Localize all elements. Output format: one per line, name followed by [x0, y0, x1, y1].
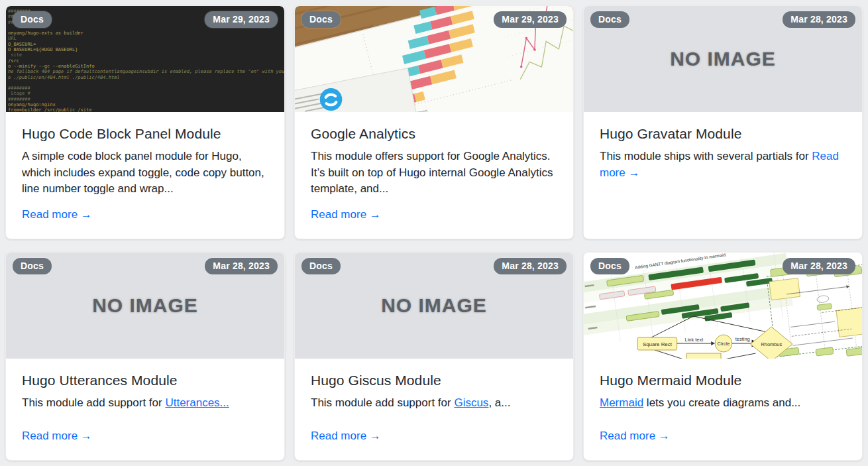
- card-image-diagram: Docs Mar 28, 2023 Adding GANTT diagram f…: [584, 253, 862, 359]
- card-description: This module add support for Giscus, a...: [311, 395, 557, 412]
- category-badge: Docs: [301, 11, 341, 28]
- card-description: This module ships with several partials …: [600, 148, 846, 181]
- no-image-text: NO IMAGE: [381, 294, 487, 317]
- card-description: This module offers support for Google An…: [311, 148, 557, 198]
- utterances-link[interactable]: Utterances...: [165, 396, 229, 409]
- card-title: Google Analytics: [311, 126, 557, 142]
- date-badge: Mar 28, 2023: [783, 11, 855, 28]
- card-grid: Docs Mar 29, 2023 ######## ## #### #####…: [0, 0, 868, 466]
- card-title: Hugo Gravatar Module: [600, 126, 846, 142]
- blue-logo: [320, 88, 343, 111]
- description-text: This module add support for: [311, 396, 454, 409]
- description-text: lets you create diagrams and...: [643, 396, 800, 409]
- read-more-link[interactable]: Read more →: [311, 430, 381, 443]
- flowchart-edge-label: Link text: [685, 337, 704, 343]
- description-text: This module add support for: [22, 396, 165, 409]
- card-body: Google Analytics This module offers supp…: [295, 112, 573, 239]
- code-line-group: onyang/hugo-exts as builder: [8, 30, 83, 36]
- card-description: Mermaid lets you create diagrams and...: [600, 395, 846, 412]
- read-more-link[interactable]: Read more →: [311, 208, 381, 221]
- mermaid-link[interactable]: Mermaid: [600, 396, 643, 409]
- card-body: Hugo Gravatar Module This module ships w…: [584, 112, 862, 239]
- card-body: Hugo Code Block Panel Module A simple co…: [6, 112, 284, 239]
- date-badge: Mar 28, 2023: [494, 258, 567, 274]
- card-image-placeholder: Docs Mar 28, 2023 NO IMAGE: [584, 6, 862, 112]
- flowchart-node-label: Circle: [718, 341, 730, 347]
- card-image-terminal: Docs Mar 29, 2023 ######## ## #### #####…: [6, 6, 284, 112]
- card-body: Hugo Giscus Module This module add suppo…: [295, 359, 573, 460]
- card-gravatar: Docs Mar 28, 2023 NO IMAGE Hugo Gravatar…: [583, 5, 863, 239]
- card-mermaid: Docs Mar 28, 2023 Adding GANTT diagram f…: [583, 252, 863, 461]
- category-badge: Docs: [13, 258, 52, 274]
- card-utterances: Docs Mar 28, 2023 NO IMAGE Hugo Utteranc…: [5, 252, 285, 461]
- read-more-link[interactable]: Read more →: [600, 430, 670, 443]
- code-line-group: /src o --minify --gc --enableGitInfo: [8, 58, 95, 69]
- card-description: This module add support for Utterances..…: [22, 395, 268, 412]
- code-line-group: URL: [8, 36, 17, 41]
- card-google-analytics: Docs Mar 29, 2023: [294, 5, 574, 239]
- card-title: Hugo Giscus Module: [311, 373, 557, 388]
- description-text: , a...: [488, 396, 510, 409]
- card-body: Hugo Utterances Module This module add s…: [6, 359, 284, 460]
- code-line-group: site: [8, 52, 22, 58]
- read-more-link[interactable]: Read more →: [22, 430, 92, 443]
- flowchart-edge-label: testing: [735, 336, 750, 342]
- code-line-group: ######## Stage # ########: [8, 86, 30, 102]
- card-image-photo: Docs Mar 29, 2023: [295, 6, 573, 112]
- code-line-group: O_BASEURL= O BASEURL=${HUGO BASEURL}: [8, 42, 78, 52]
- no-image-text: NO IMAGE: [670, 48, 776, 70]
- category-badge: Docs: [301, 258, 341, 274]
- no-image-text: NO IMAGE: [92, 294, 198, 317]
- date-badge: Mar 28, 2023: [205, 258, 278, 274]
- flowchart-node-label: Square Rect: [643, 341, 673, 347]
- description-text: This module ships with several partials …: [600, 150, 812, 162]
- card-title: Hugo Code Block Panel Module: [22, 126, 268, 142]
- date-badge: Mar 29, 2023: [494, 11, 567, 28]
- giscus-link[interactable]: Giscus: [454, 396, 488, 409]
- flowchart-node-label: Rhombus: [761, 341, 782, 347]
- category-badge: Docs: [13, 11, 52, 28]
- card-giscus: Docs Mar 28, 2023 NO IMAGE Hugo Giscus M…: [294, 252, 574, 461]
- card-image-placeholder: Docs Mar 28, 2023 NO IMAGE: [6, 253, 284, 359]
- date-badge: Mar 29, 2023: [205, 11, 278, 28]
- category-badge: Docs: [590, 258, 629, 274]
- card-title: Hugo Utterances Module: [22, 373, 268, 388]
- date-badge: Mar 28, 2023: [783, 258, 855, 274]
- card-description: A simple code block panel module for Hug…: [22, 148, 268, 198]
- card-body: Hugo Mermaid Module Mermaid lets you cre…: [584, 359, 862, 460]
- read-more-link[interactable]: Read more →: [22, 208, 92, 221]
- card-image-placeholder: Docs Mar 28, 2023 NO IMAGE: [295, 253, 573, 359]
- category-badge: Docs: [590, 11, 629, 28]
- code-line-group: onyang/hugo:nginx from=builder /src/publ…: [8, 102, 91, 112]
- code-line-group: he fallback 404 page if defaultcontentla…: [8, 69, 284, 80]
- card-code-block-panel: Docs Mar 29, 2023 ######## ## #### #####…: [5, 5, 285, 239]
- card-title: Hugo Mermaid Module: [600, 373, 846, 388]
